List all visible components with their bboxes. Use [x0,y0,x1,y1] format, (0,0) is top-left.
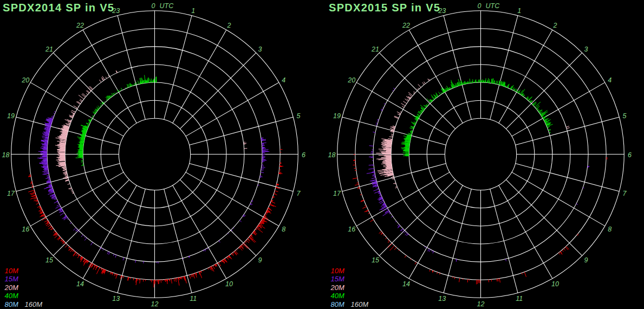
svg-text:2: 2 [553,22,557,29]
svg-text:5: 5 [297,112,301,120]
svg-text:12: 12 [151,300,159,308]
svg-text:40M: 40M [5,292,18,300]
svg-text:SPDX2014 SP in V5: SPDX2014 SP in V5 [3,2,114,14]
svg-text:2: 2 [227,22,231,29]
svg-text:19: 19 [333,112,341,120]
svg-text:40M: 40M [331,292,344,300]
svg-text:4: 4 [608,76,612,84]
svg-text:8: 8 [608,226,612,233]
svg-text:16: 16 [348,226,355,233]
svg-text:10M: 10M [5,267,18,275]
svg-text:6: 6 [302,151,305,159]
svg-text:13: 13 [112,295,120,302]
svg-text:16: 16 [22,226,29,233]
svg-text:8: 8 [282,226,285,233]
svg-text:1: 1 [517,7,521,15]
svg-text:21: 21 [371,46,379,53]
svg-text:UTC: UTC [160,2,174,10]
svg-text:4: 4 [282,76,285,84]
svg-text:11: 11 [190,295,197,302]
svg-text:3: 3 [258,46,262,53]
svg-text:UTC: UTC [486,2,500,10]
svg-text:15M: 15M [5,275,18,283]
svg-text:22: 22 [76,22,84,29]
svg-text:80M: 80M [5,300,18,308]
svg-text:9: 9 [584,256,588,264]
svg-text:9: 9 [258,256,262,264]
svg-text:19: 19 [7,112,15,120]
svg-text:12: 12 [477,300,485,308]
svg-text:160M: 160M [351,300,369,308]
svg-text:15M: 15M [331,275,344,283]
svg-text:14: 14 [76,280,84,288]
svg-text:22: 22 [402,22,410,29]
svg-text:20M: 20M [4,284,18,292]
svg-text:1: 1 [191,7,195,15]
svg-text:17: 17 [7,190,15,197]
svg-text:160M: 160M [25,300,43,308]
svg-text:14: 14 [402,280,410,288]
svg-text:13: 13 [438,295,446,302]
svg-text:7: 7 [297,190,301,197]
svg-text:3: 3 [584,46,588,53]
svg-text:7: 7 [623,190,627,197]
svg-text:80M: 80M [331,300,344,308]
svg-text:17: 17 [333,190,341,197]
svg-text:0: 0 [478,2,482,10]
svg-text:10M: 10M [331,267,344,275]
svg-text:10: 10 [225,280,233,288]
svg-text:18: 18 [2,151,10,159]
svg-text:20M: 20M [330,284,344,292]
svg-text:10: 10 [551,280,559,288]
svg-text:SPDX2015 SP in V5: SPDX2015 SP in V5 [329,2,440,14]
svg-text:5: 5 [623,112,627,120]
svg-text:11: 11 [516,295,523,302]
svg-text:0: 0 [152,2,155,10]
svg-text:15: 15 [45,256,53,264]
svg-text:20: 20 [21,76,29,84]
svg-text:21: 21 [45,46,53,53]
svg-text:6: 6 [628,151,632,159]
svg-text:18: 18 [328,151,336,159]
svg-text:20: 20 [347,76,355,84]
svg-text:15: 15 [372,256,379,264]
